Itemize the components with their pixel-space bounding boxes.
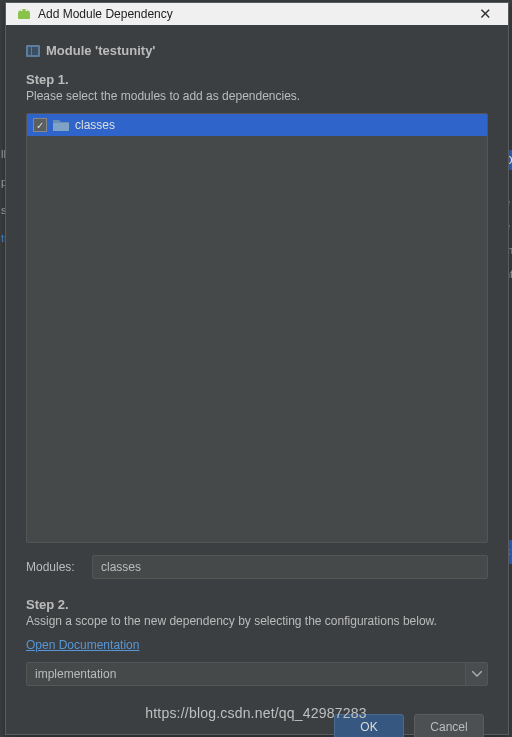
scope-select[interactable]: implementation [26, 662, 488, 686]
svg-point-2 [26, 10, 28, 12]
android-icon [16, 7, 32, 21]
svg-rect-5 [32, 47, 38, 55]
module-item-label: classes [75, 118, 115, 132]
module-checkbox[interactable]: ✓ [33, 118, 47, 132]
step1-desc: Please select the modules to add as depe… [26, 89, 488, 103]
step2-desc: Assign a scope to the new dependency by … [26, 614, 488, 628]
modules-label: Modules: [26, 560, 82, 574]
ok-button[interactable]: OK [334, 714, 404, 737]
svg-rect-0 [18, 12, 30, 19]
module-list-item[interactable]: ✓ classes [27, 114, 487, 136]
cancel-button[interactable]: Cancel [414, 714, 484, 737]
step2-label: Step 2. [26, 597, 488, 612]
modules-row: Modules: [26, 555, 488, 579]
button-row: OK Cancel [26, 714, 488, 737]
module-header: Module 'testunity' [26, 43, 488, 58]
dialog-content: Module 'testunity' Step 1. Please select… [6, 25, 508, 737]
titlebar: Add Module Dependency ✕ [6, 3, 508, 25]
folder-icon [53, 119, 69, 131]
modules-input[interactable] [92, 555, 488, 579]
close-button[interactable]: ✕ [473, 3, 498, 25]
module-heading: Module 'testunity' [46, 43, 155, 58]
chevron-down-icon[interactable] [465, 663, 487, 685]
scope-value: implementation [35, 667, 116, 681]
add-module-dependency-dialog: Add Module Dependency ✕ Module 'testunit… [5, 2, 509, 735]
module-list[interactable]: ✓ classes [26, 113, 488, 543]
step1-label: Step 1. [26, 72, 488, 87]
open-documentation-link[interactable]: Open Documentation [26, 638, 488, 652]
svg-rect-6 [53, 123, 69, 131]
module-icon [26, 45, 40, 57]
dialog-title: Add Module Dependency [38, 7, 173, 21]
svg-rect-4 [28, 47, 31, 55]
svg-point-1 [21, 10, 23, 12]
